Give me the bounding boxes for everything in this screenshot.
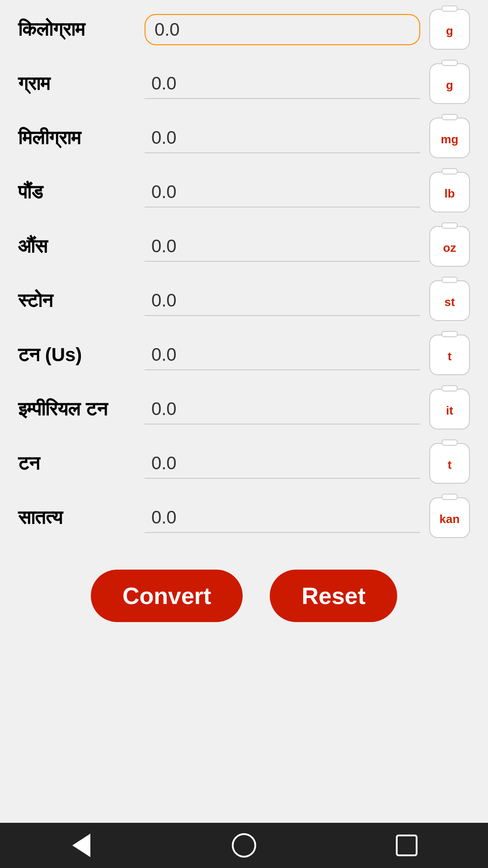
unit-icon-ton-us: t	[429, 335, 470, 375]
clip-top-pound	[441, 168, 458, 175]
unit-input-milligram[interactable]	[145, 123, 420, 153]
unit-row-ton-us: टन (Us) t	[18, 335, 470, 375]
unit-row-satatya: सातत्य kan	[18, 497, 470, 538]
icon-label-ton-us: t	[448, 349, 452, 363]
unit-input-ton-us[interactable]	[145, 340, 420, 370]
unit-label-gram: ग्राम	[18, 73, 145, 94]
icon-label-ton: t	[448, 458, 452, 472]
unit-input-wrapper-ounce	[145, 231, 420, 262]
unit-row-ton: टन t	[18, 443, 470, 484]
unit-input-wrapper-gram	[145, 69, 420, 99]
unit-input-wrapper-satatya	[145, 503, 420, 533]
icon-label-imperial-ton: it	[446, 404, 453, 418]
unit-input-wrapper-pound	[145, 177, 420, 208]
unit-label-imperial-ton: इम्पीरियल टन	[18, 398, 145, 420]
unit-icon-kilogram: g	[429, 9, 470, 50]
unit-label-pound: पौंड	[18, 181, 145, 203]
home-button[interactable]	[226, 827, 262, 863]
unit-icon-milligram: mg	[429, 118, 470, 158]
icon-label-stone: st	[444, 295, 455, 309]
clip-top-stone	[441, 277, 458, 283]
icon-label-ounce: oz	[443, 241, 456, 255]
clip-top-imperial-ton	[441, 385, 458, 392]
unit-row-pound: पौंड lb	[18, 172, 470, 212]
unit-label-ton-us: टन (Us)	[18, 344, 145, 366]
clip-top-ounce	[441, 222, 458, 229]
unit-input-ounce[interactable]	[145, 231, 420, 262]
unit-label-ton: टन	[18, 453, 145, 474]
navigation-bar	[0, 823, 488, 868]
buttons-row: Convert Reset	[18, 552, 470, 649]
unit-label-kilogram: किलोग्राम	[18, 19, 145, 40]
unit-row-milligram: मिलीग्राम mg	[18, 118, 470, 158]
unit-icon-ton: t	[429, 443, 470, 484]
unit-input-kilogram[interactable]	[145, 14, 420, 45]
icon-label-pound: lb	[444, 187, 455, 201]
unit-input-wrapper-ton	[145, 448, 420, 479]
unit-input-stone[interactable]	[145, 286, 420, 316]
unit-input-gram[interactable]	[145, 69, 420, 99]
clip-top-ton-us	[441, 331, 458, 337]
clip-top-gram	[441, 60, 458, 66]
unit-label-milligram: मिलीग्राम	[18, 127, 145, 149]
icon-label-milligram: mg	[441, 132, 459, 146]
unit-icon-gram: g	[429, 63, 470, 104]
content-area: किलोग्राम g ग्राम g मिलीग्राम mg पौंड	[0, 0, 488, 823]
unit-label-ounce: औंस	[18, 236, 145, 257]
unit-icon-satatya: kan	[429, 497, 470, 538]
icon-label-gram: g	[446, 78, 453, 92]
clip-top-milligram	[441, 114, 458, 120]
unit-row-stone: स्टोन st	[18, 280, 470, 321]
unit-icon-imperial-ton: it	[429, 389, 470, 429]
unit-label-satatya: सातत्य	[18, 507, 145, 528]
unit-row-imperial-ton: इम्पीरियल टन it	[18, 389, 470, 429]
convert-button[interactable]: Convert	[91, 570, 243, 622]
icon-label-kilogram: g	[446, 24, 453, 38]
clip-top-kilogram	[441, 5, 458, 12]
unit-input-wrapper-imperial-ton	[145, 394, 420, 425]
unit-row-ounce: औंस oz	[18, 226, 470, 267]
unit-row-gram: ग्राम g	[18, 63, 470, 104]
unit-input-imperial-ton[interactable]	[145, 394, 420, 425]
unit-input-wrapper-ton-us	[145, 340, 420, 370]
recent-apps-button[interactable]	[389, 827, 425, 863]
unit-label-stone: स्टोन	[18, 290, 145, 311]
unit-icon-pound: lb	[429, 172, 470, 212]
clip-top-ton	[441, 439, 458, 446]
unit-input-ton[interactable]	[145, 448, 420, 479]
back-button[interactable]	[63, 827, 99, 863]
unit-input-wrapper-milligram	[145, 123, 420, 153]
reset-button[interactable]: Reset	[270, 570, 397, 622]
clip-top-satatya	[441, 494, 458, 500]
unit-input-pound[interactable]	[145, 177, 420, 208]
unit-row-kilogram: किलोग्राम g	[18, 9, 470, 50]
unit-input-satatya[interactable]	[145, 503, 420, 533]
unit-input-wrapper-stone	[145, 286, 420, 316]
unit-icon-ounce: oz	[429, 226, 470, 267]
icon-label-satatya: kan	[440, 512, 460, 526]
unit-icon-stone: st	[429, 280, 470, 321]
